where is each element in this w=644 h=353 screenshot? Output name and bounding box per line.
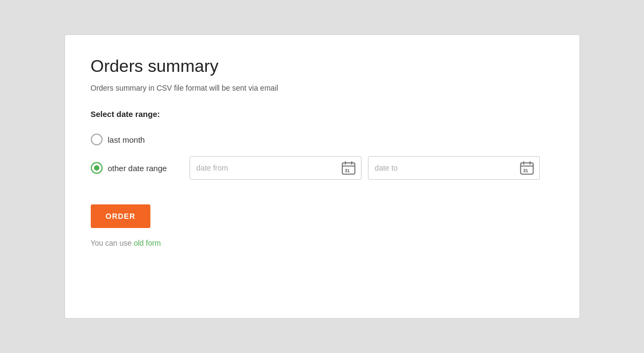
date-to-wrapper: 31 <box>368 156 540 180</box>
footer-text-static: You can use <box>91 239 134 247</box>
date-from-wrapper: 31 <box>190 156 361 180</box>
radio-label-last-month: last month <box>108 135 145 144</box>
radio-label-other-date-range: other date range <box>108 164 167 173</box>
date-inputs-container: 31 31 <box>190 156 540 180</box>
orders-summary-card: Orders summary Orders summary in CSV fil… <box>64 34 580 319</box>
footer-container: You can use old form <box>91 239 554 247</box>
date-from-input[interactable] <box>190 156 361 180</box>
date-range-label: Select date range: <box>91 109 554 119</box>
radio-item-last-month[interactable]: last month <box>91 128 554 151</box>
radio-button-last-month[interactable] <box>91 134 103 145</box>
old-form-link[interactable]: old form <box>134 239 161 247</box>
date-to-input[interactable] <box>368 156 540 180</box>
radio-button-other-date-range[interactable] <box>91 162 103 174</box>
page-title: Orders summary <box>91 56 554 76</box>
date-range-radio-group: last month other date range 31 <box>91 128 554 185</box>
radio-item-other-date-range[interactable]: other date range 31 <box>91 151 554 185</box>
order-button[interactable]: ORDER <box>91 204 151 228</box>
page-subtitle: Orders summary in CSV file format will b… <box>91 84 554 92</box>
